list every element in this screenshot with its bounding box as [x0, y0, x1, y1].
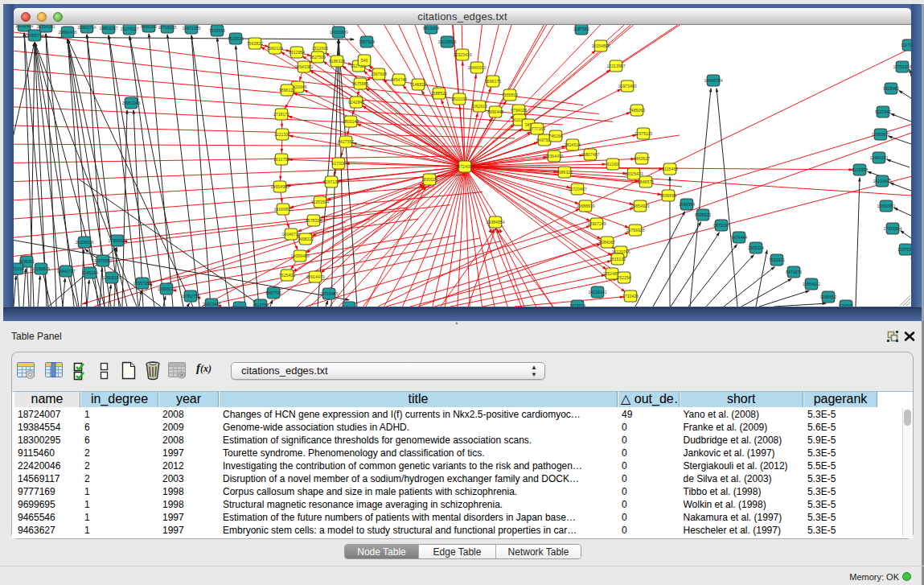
svg-text:16543382: 16543382: [294, 64, 313, 69]
svg-text:2935114: 2935114: [748, 245, 764, 250]
svg-text:12942737: 12942737: [56, 269, 75, 274]
svg-text:19218506: 19218506: [437, 39, 456, 44]
svg-text:3824514: 3824514: [565, 142, 581, 147]
svg-text:9896122: 9896122: [279, 88, 295, 93]
svg-text:16210643: 16210643: [873, 179, 891, 183]
svg-text:16914479: 16914479: [306, 274, 324, 279]
svg-text:19958117: 19958117: [158, 286, 176, 291]
svg-text:8813054: 8813054: [423, 26, 439, 31]
svg-text:17957253: 17957253: [133, 281, 151, 286]
svg-text:18907249: 18907249: [587, 221, 606, 226]
svg-text:9777169: 9777169: [529, 126, 545, 131]
svg-text:8427552: 8427552: [338, 139, 354, 144]
svg-text:252254: 252254: [617, 275, 630, 280]
svg-text:2367608: 2367608: [371, 72, 387, 76]
svg-text:9227342: 9227342: [875, 109, 891, 114]
svg-text:1830029: 1830029: [421, 177, 437, 182]
svg-text:7663822: 7663822: [247, 41, 263, 46]
svg-text:11353594: 11353594: [311, 200, 330, 204]
svg-text:14055712: 14055712: [25, 33, 43, 38]
svg-text:7485063: 7485063: [629, 108, 645, 113]
svg-text:16782759: 16782759: [181, 294, 199, 299]
svg-text:10853267: 10853267: [99, 26, 117, 31]
svg-text:9827509: 9827509: [310, 55, 326, 60]
svg-text:10973493: 10973493: [618, 84, 636, 89]
svg-text:15923448: 15923448: [202, 302, 220, 307]
svg-text:12505155: 12505155: [102, 275, 121, 280]
svg-text:9146821: 9146821: [410, 82, 426, 87]
svg-text:924565: 924565: [839, 303, 852, 307]
svg-text:9329960: 9329960: [883, 86, 899, 91]
svg-text:10654112: 10654112: [803, 282, 821, 286]
svg-text:15720407: 15720407: [568, 187, 586, 192]
svg-text:1362615: 1362615: [471, 104, 487, 109]
svg-text:7857224: 7857224: [359, 39, 375, 44]
svg-text:30975887: 30975887: [93, 258, 112, 263]
svg-text:2718172: 2718172: [273, 112, 290, 117]
svg-text:9474444: 9474444: [731, 235, 747, 240]
svg-text:6466160: 6466160: [141, 25, 157, 29]
svg-text:19716485: 19716485: [319, 291, 338, 296]
svg-text:16154808: 16154808: [591, 43, 610, 48]
svg-text:29053346: 29053346: [121, 101, 140, 105]
svg-text:1117334: 1117334: [901, 43, 911, 47]
svg-text:6879197: 6879197: [713, 223, 729, 228]
svg-text:15751074: 15751074: [893, 64, 911, 69]
svg-text:5267130: 5267130: [323, 179, 339, 184]
svg-text:18724007: 18724007: [455, 164, 474, 169]
svg-text:1592344: 1592344: [232, 305, 248, 307]
svg-text:9463627: 9463627: [634, 156, 650, 161]
svg-text:12444181: 12444181: [869, 155, 888, 160]
svg-text:19166825: 19166825: [273, 207, 292, 212]
svg-text:546: 546: [361, 58, 368, 63]
svg-text:10719155: 10719155: [158, 25, 176, 30]
svg-text:8938923: 8938923: [695, 212, 711, 217]
svg-text:8215958: 8215958: [852, 167, 868, 172]
svg-text:17359924: 17359924: [108, 238, 126, 243]
svg-text:9699695: 9699695: [660, 193, 676, 198]
svg-text:1413614: 1413614: [569, 303, 585, 307]
svg-text:6794028: 6794028: [511, 108, 527, 113]
svg-text:7625402: 7625402: [279, 273, 295, 278]
svg-text:1610755: 1610755: [273, 157, 290, 162]
svg-text:3084067: 3084067: [599, 240, 615, 245]
svg-text:8578334: 8578334: [306, 218, 322, 223]
svg-text:8471676: 8471676: [786, 270, 802, 274]
svg-text:15692951: 15692951: [877, 204, 895, 208]
svg-text:10025433: 10025433: [624, 171, 643, 176]
svg-text:9813759: 9813759: [253, 303, 269, 307]
svg-text:7632621: 7632621: [769, 257, 785, 262]
svg-text:1167533: 1167533: [897, 247, 911, 252]
svg-text:19756928: 19756928: [626, 228, 644, 233]
svg-text:20334291: 20334291: [36, 25, 55, 29]
svg-text:10807487: 10807487: [581, 152, 599, 157]
svg-text:2803144: 2803144: [343, 119, 359, 124]
svg-text:9857791: 9857791: [265, 290, 281, 295]
svg-text:8186328: 8186328: [329, 59, 345, 64]
svg-text:12213967: 12213967: [606, 64, 625, 68]
svg-text:7515536: 7515536: [209, 28, 225, 33]
svg-text:16640910: 16640910: [467, 65, 486, 70]
svg-text:1733426: 1733426: [622, 294, 639, 299]
svg-text:746266: 746266: [548, 134, 562, 138]
svg-text:14099489: 14099489: [290, 253, 309, 258]
svg-text:3498222: 3498222: [298, 237, 314, 241]
svg-text:62160: 62160: [607, 162, 619, 167]
svg-text:1971648: 1971648: [341, 305, 357, 307]
svg-text:2087682: 2087682: [573, 27, 589, 31]
svg-text:917006: 917006: [331, 161, 345, 166]
svg-text:8990448: 8990448: [487, 109, 503, 114]
svg-text:1849575: 1849575: [638, 179, 654, 184]
svg-text:15276027: 15276027: [120, 27, 138, 31]
svg-text:14136141: 14136141: [588, 290, 606, 295]
svg-text:3675685: 3675685: [352, 81, 368, 86]
svg-text:393154: 393154: [14, 266, 24, 271]
svg-text:8960124: 8960124: [267, 46, 283, 51]
svg-text:7955812: 7955812: [502, 93, 518, 97]
svg-text:1640954: 1640954: [679, 202, 695, 207]
svg-text:26206536: 26206536: [75, 240, 93, 245]
svg-text:16011409: 16011409: [15, 25, 34, 28]
svg-text:12325419: 12325419: [453, 52, 471, 57]
svg-text:16648784: 16648784: [704, 78, 722, 83]
svg-text:19384554: 19384554: [486, 220, 504, 225]
